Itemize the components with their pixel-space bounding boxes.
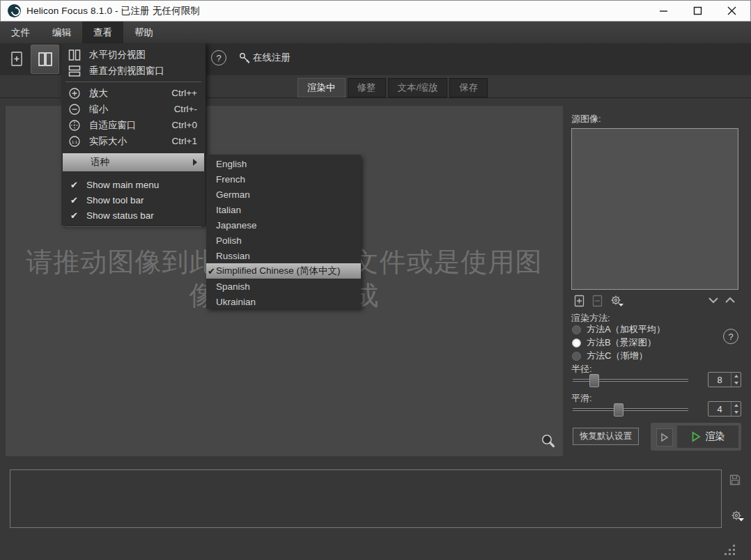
lang-item-polish[interactable]: Polish	[206, 233, 361, 248]
menu-item-show-tool-bar[interactable]: ✔ Show tool bar	[61, 192, 206, 208]
lang-item-german[interactable]: German	[206, 187, 361, 202]
move-up-button[interactable]	[725, 296, 736, 304]
reset-defaults-label: 恢复默认设置	[580, 430, 632, 442]
menu-item-horizontal-split[interactable]: 水平切分视图	[61, 47, 206, 63]
zoom-in-icon	[68, 87, 81, 100]
radius-label: 半径:	[571, 363, 592, 375]
resize-grip-icon[interactable]	[725, 545, 736, 556]
smoothing-spin-arrows[interactable]	[731, 402, 741, 416]
radius-slider[interactable]	[573, 379, 688, 382]
menu-item-zoom-in[interactable]: 放大 Ctrl++	[61, 85, 206, 101]
save-log-button[interactable]	[729, 474, 741, 486]
radius-spin-arrows[interactable]	[731, 373, 741, 387]
lang-item-japanese[interactable]: Japanese	[206, 217, 361, 233]
move-down-button[interactable]	[708, 296, 719, 304]
smoothing-value: 4	[709, 402, 731, 416]
smoothing-spinbox[interactable]: 4	[708, 401, 741, 417]
menu-item-label: 文件	[11, 26, 30, 39]
add-image-button[interactable]	[574, 295, 584, 307]
reset-defaults-button[interactable]: 恢复默认设置	[573, 428, 639, 445]
online-register-button[interactable]: 在线注册	[238, 49, 291, 66]
help-button[interactable]: ?	[211, 50, 226, 65]
tab-retouch[interactable]: 修整	[348, 78, 386, 98]
method-c-label: 方法C（渐增）	[587, 350, 647, 362]
remove-image-icon	[592, 295, 603, 307]
magnifier-icon[interactable]	[541, 433, 556, 449]
menu-item-edit[interactable]: 编辑	[41, 22, 82, 43]
method-help-button[interactable]: ?	[723, 329, 738, 344]
menu-item-view[interactable]: 查看	[82, 22, 123, 43]
menu-item-zoom-out[interactable]: 缩小 Ctrl+-	[61, 101, 206, 117]
render-button[interactable]: 渲染	[677, 426, 738, 448]
spin-down-icon[interactable]	[734, 411, 738, 414]
close-icon[interactable]	[727, 6, 736, 15]
menu-item-label: 查看	[93, 26, 112, 39]
log-settings-button[interactable]	[730, 510, 745, 522]
log-output-box[interactable]	[10, 469, 722, 528]
check-icon: ✔	[70, 210, 78, 221]
method-b-radio[interactable]: 方法B（景深图）	[572, 336, 656, 349]
tab-save[interactable]: 保存	[449, 78, 488, 98]
menu-item-show-main-menu[interactable]: ✔ Show main menu	[61, 177, 206, 192]
menu-shortcut: Ctrl+-	[174, 104, 197, 114]
lang-item-label: Spanish	[216, 281, 250, 292]
radio-selected-icon	[572, 339, 581, 348]
lang-item-italian[interactable]: Italian	[206, 202, 361, 217]
split-view-button[interactable]	[31, 45, 59, 74]
menu-item-language[interactable]: 语种	[63, 153, 204, 171]
maximize-icon[interactable]	[693, 6, 702, 15]
lang-item-label: French	[216, 174, 245, 185]
language-submenu: English French German Italian Japanese P…	[206, 155, 361, 309]
radius-spinbox[interactable]: 8	[708, 372, 741, 387]
spin-down-icon[interactable]	[734, 382, 738, 384]
menu-item-label: 自适应窗口	[89, 119, 137, 132]
menu-item-label: Show main menu	[86, 180, 159, 190]
lang-item-russian[interactable]: Russian	[206, 248, 361, 263]
lang-item-simplified-chinese[interactable]: ✔ Simplified Chinese (简体中文)	[206, 263, 361, 279]
tab-rendering[interactable]: 渲染中	[297, 78, 346, 98]
chevron-down-icon	[708, 296, 719, 304]
minimize-icon[interactable]	[659, 6, 668, 15]
menu-item-actual-size[interactable]: 1:1 实际大小 Ctrl+1	[61, 133, 206, 149]
add-images-button[interactable]	[6, 47, 28, 72]
tab-text-scale[interactable]: 文本/缩放	[388, 78, 448, 98]
lang-item-ukrainian[interactable]: Ukrainian	[206, 294, 361, 309]
radio-icon	[572, 352, 581, 361]
lang-item-label: Japanese	[216, 220, 257, 231]
submenu-arrow-icon	[193, 159, 197, 166]
render-button-group: 渲染	[651, 423, 741, 451]
menu-shortcut: Ctrl+0	[172, 120, 197, 130]
source-settings-button[interactable]	[610, 295, 625, 307]
lang-item-spanish[interactable]: Spanish	[206, 279, 361, 294]
render-step-button[interactable]	[656, 428, 673, 446]
tab-label: 修整	[357, 81, 376, 94]
menu-item-vertical-split[interactable]: 垂直分割视图窗口	[61, 63, 206, 79]
window-controls	[659, 6, 745, 15]
smoothing-slider[interactable]	[573, 408, 688, 411]
smoothing-slider-handle[interactable]	[614, 403, 624, 417]
lang-item-label: Ukrainian	[216, 297, 256, 307]
lang-item-english[interactable]: English	[206, 156, 361, 171]
method-a-label: 方法A（加权平均）	[587, 323, 665, 336]
gear-dropdown-icon	[610, 295, 625, 307]
menu-item-help[interactable]: 帮助	[123, 22, 164, 43]
view-menu-dropdown: 水平切分视图 垂直分割视图窗口 放大 Ctrl++ 缩小 Ctrl+- 自适应窗…	[61, 43, 206, 225]
source-images-list[interactable]	[571, 128, 738, 290]
menu-item-file[interactable]: 文件	[0, 22, 41, 43]
play-icon	[691, 431, 701, 442]
menu-item-fit-window[interactable]: 自适应窗口 Ctrl+0	[61, 117, 206, 133]
menu-item-label: 垂直分割视图窗口	[89, 65, 164, 77]
spin-up-icon[interactable]	[734, 375, 738, 378]
radius-slider-handle[interactable]	[589, 374, 599, 387]
spin-up-icon[interactable]	[734, 404, 738, 407]
menu-item-show-status-bar[interactable]: ✔ Show status bar	[61, 208, 206, 223]
method-a-radio[interactable]: 方法A（加权平均）	[572, 323, 665, 336]
method-c-radio[interactable]: 方法C（渐增）	[572, 350, 647, 362]
lang-item-french[interactable]: French	[206, 171, 361, 187]
menu-item-label: 缩小	[89, 103, 108, 116]
mode-tabs: 渲染中 修整 文本/缩放 保存	[297, 78, 488, 98]
remove-image-button[interactable]	[592, 295, 603, 307]
tab-label: 文本/缩放	[398, 81, 438, 94]
menu-item-label: 编辑	[52, 26, 71, 39]
render-label: 渲染	[706, 430, 725, 443]
